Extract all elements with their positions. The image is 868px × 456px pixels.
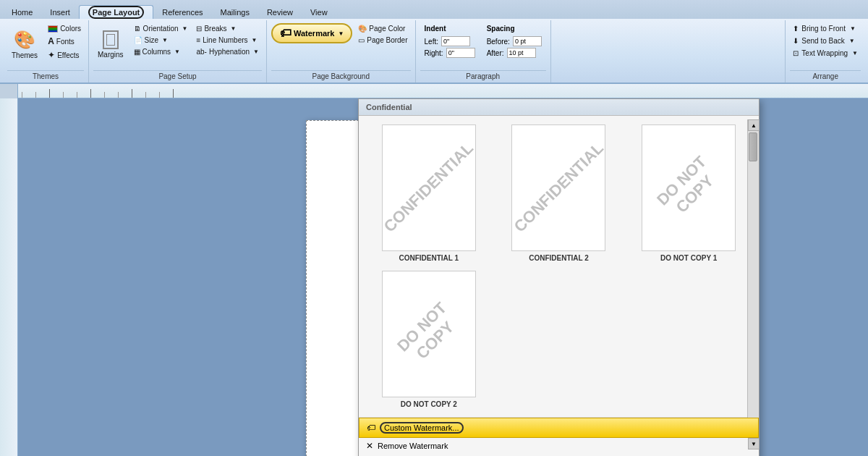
indent-right-input[interactable] xyxy=(446,48,475,58)
line-numbers-arrow: ▼ xyxy=(252,37,258,43)
main-area: Confidential CONFIDENTIAL CONFIDENTIAL 1… xyxy=(0,98,868,456)
page-border-button[interactable]: ▭ Page Border xyxy=(355,35,410,46)
remove-watermark-button[interactable]: ✕ Remove Watermark xyxy=(359,438,759,454)
line-numbers-button[interactable]: ≡ Line Numbers ▼ xyxy=(193,35,262,46)
margins-button[interactable]: Margins xyxy=(93,23,128,65)
paragraph-group: Indent Left: Right: Spacing B xyxy=(416,20,551,83)
remove-watermark-label: Remove Watermark xyxy=(378,442,448,450)
bring-to-front-arrow: ▼ xyxy=(850,25,856,32)
indent-section: Indent Left: Right: xyxy=(420,23,480,59)
themes-sub-buttons: Colors A Fonts ✦ Effects xyxy=(45,23,84,62)
themes-group-label: Themes xyxy=(7,70,84,83)
ruler-tick-major xyxy=(49,89,50,98)
columns-button[interactable]: ▦ Columns ▼ xyxy=(131,46,191,57)
page-layout-circle: Page Layout xyxy=(88,6,144,19)
fonts-button[interactable]: A Fonts xyxy=(45,35,84,48)
text-wrapping-arrow: ▼ xyxy=(852,50,858,56)
text-wrapping-button[interactable]: ⊡ Text Wrapping ▼ xyxy=(790,48,861,59)
ruler-tick xyxy=(118,92,119,98)
indent-left-input[interactable] xyxy=(441,36,470,46)
watermark-preview-conf1: CONFIDENTIAL xyxy=(382,124,476,251)
colors-button[interactable]: Colors xyxy=(45,23,84,34)
page-color-button[interactable]: 🎨 Page Color xyxy=(355,23,410,34)
dropdown-scrollbar[interactable]: ▲ ▼ xyxy=(747,119,759,426)
watermark-button[interactable]: 🏷 Watermark ▼ xyxy=(271,23,352,43)
themes-button[interactable]: 🎨 Themes xyxy=(7,23,42,65)
colors-icon xyxy=(48,25,58,33)
hyphenation-arrow: ▼ xyxy=(253,48,259,55)
watermark-text-conf1: CONFIDENTIAL xyxy=(382,139,476,236)
indent-label: Indent xyxy=(425,25,475,33)
indent-right-row: Right: xyxy=(425,48,475,58)
send-to-back-icon: ⬇ xyxy=(793,37,799,45)
ribbon: Home Insert Page Layout References Maili… xyxy=(0,0,868,84)
hyphenation-button[interactable]: ab- Hyphenation ▼ xyxy=(193,46,262,57)
send-to-back-button[interactable]: ⬇ Send to Back ▼ xyxy=(790,35,861,46)
orientation-arrow: ▼ xyxy=(182,25,188,32)
themes-group-content: 🎨 Themes Colors A Fonts ✦ xyxy=(7,22,84,70)
page-setup-label: Page Setup xyxy=(93,70,262,83)
document-area: Confidential CONFIDENTIAL CONFIDENTIAL 1… xyxy=(18,98,868,456)
watermark-text-dnc1: DO NOT COPY xyxy=(642,142,735,235)
tab-references[interactable]: References xyxy=(153,6,211,19)
tab-view[interactable]: View xyxy=(302,6,336,19)
watermark-item-dnc2[interactable]: DO NOT COPY DO NOT COPY 2 xyxy=(367,271,490,408)
page-setup-group: Margins 🗎 Orientation ▼ 📄 Size ▼ xyxy=(89,20,267,83)
effects-button[interactable]: ✦ Effects xyxy=(45,48,84,62)
send-to-back-arrow: ▼ xyxy=(849,38,855,44)
page-setup-group-content: Margins 🗎 Orientation ▼ 📄 Size ▼ xyxy=(93,22,262,70)
margins-icon xyxy=(103,30,119,49)
bring-to-front-icon: ⬆ xyxy=(793,25,799,33)
page-setup-sub: 🗎 Orientation ▼ 📄 Size ▼ ▦ Columns xyxy=(131,23,191,57)
watermark-preview-dnc2: DO NOT COPY xyxy=(382,271,476,397)
orientation-button[interactable]: 🗎 Orientation ▼ xyxy=(131,23,191,34)
tab-insert[interactable]: Insert xyxy=(41,6,79,19)
ruler-tick-major xyxy=(132,89,132,98)
watermark-label-conf2: CONFIDENTIAL 2 xyxy=(529,254,589,262)
tab-page-layout[interactable]: Page Layout xyxy=(79,5,153,19)
tab-review[interactable]: Review xyxy=(258,6,302,19)
arrange-label: Arrange xyxy=(790,70,861,83)
page-background-group-content: 🏷 Watermark ▼ 🎨 Page Color ▭ Page Border xyxy=(271,22,411,70)
watermark-dropdown-arrow: ▼ xyxy=(338,30,344,37)
scrollbar-down-arrow[interactable]: ▼ xyxy=(748,438,760,449)
page-color-icon: 🎨 xyxy=(358,25,367,33)
ruler-tick xyxy=(77,92,77,98)
indent-left-label: Left: xyxy=(425,38,438,46)
text-wrapping-icon: ⊡ xyxy=(793,49,799,57)
ruler-tick xyxy=(35,92,36,98)
tab-mailings[interactable]: Mailings xyxy=(212,6,258,19)
spacing-label: Spacing xyxy=(487,25,542,33)
custom-watermark-label: Custom Watermark... xyxy=(380,422,464,434)
watermark-grid-row1: CONFIDENTIAL CONFIDENTIAL 1 CONFIDENTIAL… xyxy=(359,116,759,271)
scrollbar-track xyxy=(748,131,758,438)
watermark-label-dnc2: DO NOT COPY 2 xyxy=(401,400,457,408)
watermark-text-dnc2: DO NOT COPY xyxy=(383,288,475,381)
watermark-label-conf1: CONFIDENTIAL 1 xyxy=(399,254,459,262)
scrollbar-thumb[interactable] xyxy=(749,132,757,161)
ruler-tick xyxy=(63,92,64,98)
remove-watermark-icon: ✕ xyxy=(366,441,373,451)
watermark-item-dnc1[interactable]: DO NOT COPY DO NOT COPY 1 xyxy=(627,124,750,262)
spacing-after-input[interactable] xyxy=(507,48,536,58)
breaks-button[interactable]: ⊟ Breaks ▼ xyxy=(193,23,262,34)
custom-watermark-button[interactable]: 🏷 Custom Watermark... xyxy=(359,418,759,438)
ribbon-content: 🎨 Themes Colors A Fonts ✦ xyxy=(0,19,868,83)
page-bg-sub: 🎨 Page Color ▭ Page Border xyxy=(355,23,410,46)
scrollbar-up-arrow[interactable]: ▲ xyxy=(748,119,760,131)
ruler-tick-major xyxy=(90,89,91,98)
arrange-group-content: ⬆ Bring to Front ▼ ⬇ Send to Back ▼ ⊡ Te… xyxy=(790,22,861,70)
tab-home[interactable]: Home xyxy=(3,6,41,19)
ruler-ticks xyxy=(18,84,868,98)
indent-right-label: Right: xyxy=(425,49,443,57)
watermark-preview-dnc1: DO NOT COPY xyxy=(642,124,736,251)
spacing-before-input[interactable] xyxy=(513,36,542,46)
size-button[interactable]: 📄 Size ▼ xyxy=(131,35,191,46)
line-numbers-icon: ≡ xyxy=(196,36,200,44)
watermark-item-conf1[interactable]: CONFIDENTIAL CONFIDENTIAL 1 xyxy=(367,124,490,262)
ruler-corner xyxy=(0,84,18,98)
bring-to-front-button[interactable]: ⬆ Bring to Front ▼ xyxy=(790,23,861,34)
watermark-item-conf2[interactable]: CONFIDENTIAL CONFIDENTIAL 2 xyxy=(498,124,621,262)
ruler-tick xyxy=(159,92,160,98)
size-arrow: ▼ xyxy=(162,37,168,43)
